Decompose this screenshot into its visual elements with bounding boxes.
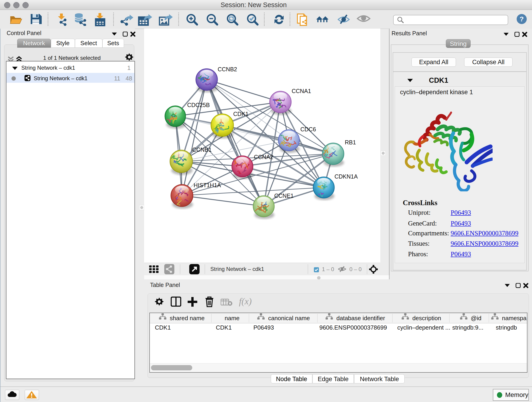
svg-text:CCNE1: CCNE1 <box>274 192 294 199</box>
svg-text:CDK1: CDK1 <box>233 111 249 117</box>
svg-text:RB1: RB1 <box>345 139 356 146</box>
svg-text:CDC25B: CDC25B <box>187 102 210 108</box>
svg-text:CDC6: CDC6 <box>300 126 316 133</box>
svg-text:CCNA1: CCNA1 <box>292 88 311 94</box>
svg-text:CCNB2: CCNB2 <box>218 66 237 72</box>
svg-text:CCNA2: CCNA2 <box>254 154 273 160</box>
svg-text:CCNB1: CCNB1 <box>192 147 212 153</box>
svg-text:CDKN1A: CDKN1A <box>335 173 358 180</box>
svg-text:HIST1H1A: HIST1H1A <box>194 182 221 188</box>
